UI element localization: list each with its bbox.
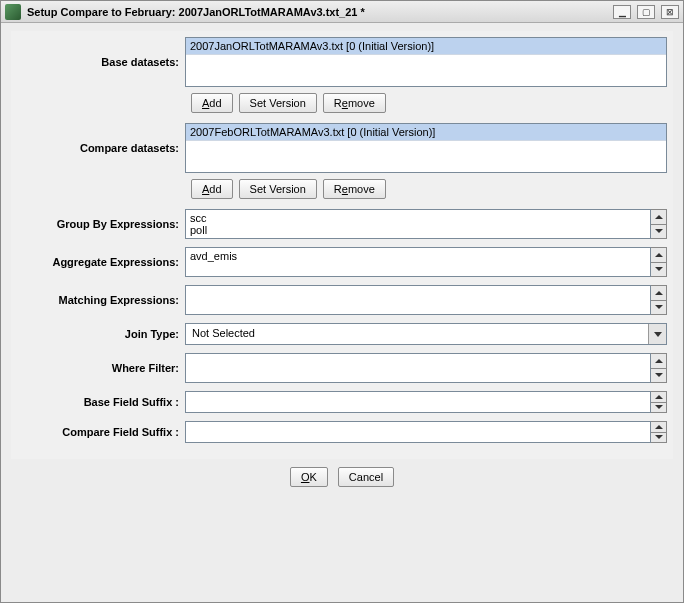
titlebar[interactable]: Setup Compare to February: 2007JanORLTot… bbox=[1, 1, 683, 23]
chevron-down-icon[interactable] bbox=[651, 369, 666, 383]
chevron-down-icon[interactable] bbox=[651, 433, 666, 443]
chevron-up-icon[interactable] bbox=[651, 286, 666, 301]
aggregate-label: Aggregate Expressions: bbox=[17, 256, 185, 268]
list-item[interactable]: 2007JanORLTotMARAMAv3.txt [0 (Initial Ve… bbox=[186, 38, 666, 55]
chevron-up-icon[interactable] bbox=[651, 210, 666, 225]
aggregate-spinner[interactable] bbox=[651, 247, 667, 277]
join-type-select[interactable]: Not Selected bbox=[185, 323, 667, 345]
close-icon[interactable]: ⊠ bbox=[661, 5, 679, 19]
base-add-button[interactable]: Add bbox=[191, 93, 233, 113]
ok-button[interactable]: OK bbox=[290, 467, 328, 487]
join-type-value: Not Selected bbox=[186, 324, 648, 344]
compare-add-button[interactable]: Add bbox=[191, 179, 233, 199]
matching-spinner[interactable] bbox=[651, 285, 667, 315]
compare-set-version-button[interactable]: Set Version bbox=[239, 179, 317, 199]
chevron-down-icon[interactable] bbox=[648, 324, 666, 344]
base-suffix-label: Base Field Suffix : bbox=[17, 396, 185, 408]
where-filter-input[interactable] bbox=[185, 353, 651, 383]
cancel-button[interactable]: Cancel bbox=[338, 467, 394, 487]
compare-remove-button[interactable]: Remove bbox=[323, 179, 386, 199]
compare-datasets-label: Compare datasets: bbox=[17, 142, 185, 154]
matching-input[interactable] bbox=[185, 285, 651, 315]
where-filter-label: Where Filter: bbox=[17, 362, 185, 374]
base-datasets-label: Base datasets: bbox=[17, 56, 185, 68]
base-suffix-spinner[interactable] bbox=[651, 391, 667, 413]
chevron-up-icon[interactable] bbox=[651, 392, 666, 403]
base-datasets-list[interactable]: 2007JanORLTotMARAMAv3.txt [0 (Initial Ve… bbox=[185, 37, 667, 87]
chevron-up-icon[interactable] bbox=[651, 354, 666, 369]
window-title: Setup Compare to February: 2007JanORLTot… bbox=[27, 6, 613, 18]
compare-suffix-spinner[interactable] bbox=[651, 421, 667, 443]
base-remove-button[interactable]: Remove bbox=[323, 93, 386, 113]
where-filter-spinner[interactable] bbox=[651, 353, 667, 383]
app-icon bbox=[5, 4, 21, 20]
compare-datasets-list[interactable]: 2007FebORLTotMARAMAv3.txt [0 (Initial Ve… bbox=[185, 123, 667, 173]
list-item[interactable]: 2007FebORLTotMARAMAv3.txt [0 (Initial Ve… bbox=[186, 124, 666, 141]
compare-suffix-input[interactable] bbox=[185, 421, 651, 443]
group-by-input[interactable] bbox=[185, 209, 651, 239]
chevron-down-icon[interactable] bbox=[651, 225, 666, 239]
minimize-icon[interactable]: ▁ bbox=[613, 5, 631, 19]
chevron-down-icon[interactable] bbox=[651, 263, 666, 277]
chevron-up-icon[interactable] bbox=[651, 422, 666, 433]
dialog-window: Setup Compare to February: 2007JanORLTot… bbox=[0, 0, 684, 603]
compare-suffix-label: Compare Field Suffix : bbox=[17, 426, 185, 438]
aggregate-input[interactable] bbox=[185, 247, 651, 277]
join-type-label: Join Type: bbox=[17, 328, 185, 340]
chevron-down-icon[interactable] bbox=[651, 403, 666, 413]
base-suffix-input[interactable] bbox=[185, 391, 651, 413]
chevron-up-icon[interactable] bbox=[651, 248, 666, 263]
chevron-down-icon[interactable] bbox=[651, 301, 666, 315]
group-by-spinner[interactable] bbox=[651, 209, 667, 239]
matching-label: Matching Expressions: bbox=[17, 294, 185, 306]
base-set-version-button[interactable]: Set Version bbox=[239, 93, 317, 113]
group-by-label: Group By Expressions: bbox=[17, 218, 185, 230]
maximize-icon[interactable]: ▢ bbox=[637, 5, 655, 19]
